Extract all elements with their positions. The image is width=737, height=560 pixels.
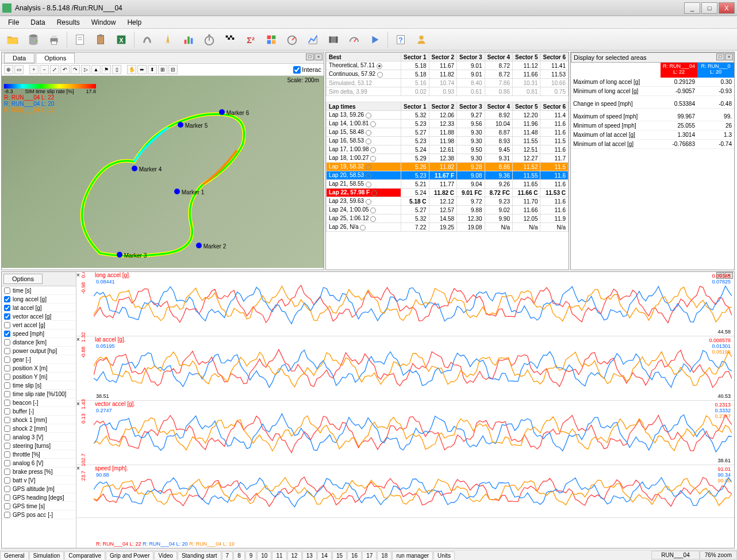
table-row[interactable]: Lap 17, 1:00.98 5.2412.619.509.4512.5111… <box>327 145 569 154</box>
panel-close-icon[interactable]: × <box>314 53 323 60</box>
compass-icon[interactable] <box>159 31 177 48</box>
table-row[interactable]: Lap 19, 58.32 5.2611.829.288.8611.5211.5 <box>327 163 569 171</box>
tab-data[interactable]: Data <box>4 53 34 63</box>
menu-data[interactable]: Data <box>25 17 51 28</box>
forward-icon[interactable]: ▷ <box>81 65 90 74</box>
print-icon[interactable] <box>45 31 63 48</box>
chart-option[interactable]: steering [turns] <box>2 442 76 450</box>
zoom-in-icon[interactable]: + <box>29 65 39 74</box>
split-h-icon[interactable]: ⬌ <box>137 65 147 74</box>
clipboard-icon[interactable] <box>91 31 110 48</box>
track-map[interactable]: Scale: 200m -8.3 SIM time slip rate [%] … <box>2 76 324 268</box>
charts-area[interactable]: □ × ×-0.98 0.42long accel [g].0.084410.0… <box>76 272 734 548</box>
gauge-icon[interactable] <box>345 31 363 48</box>
flag-icon[interactable] <box>221 31 239 48</box>
chart-option[interactable]: beacon [-] <box>2 398 76 407</box>
status-tab[interactable]: 16 <box>347 551 362 559</box>
status-tab[interactable]: General <box>0 551 29 559</box>
sigma-icon[interactable]: Σ² <box>241 31 260 48</box>
chart-option[interactable]: speed [mph] <box>2 329 76 338</box>
status-tab[interactable]: Standing start <box>178 551 221 559</box>
chart-option[interactable]: vector accel [g] <box>2 312 76 321</box>
status-tab[interactable]: 18 <box>377 551 391 559</box>
bar-chart-icon[interactable] <box>179 31 198 48</box>
chart-option[interactable]: GPS time [s] <box>2 502 76 511</box>
close-button[interactable]: X <box>719 2 735 14</box>
panel-max-icon[interactable]: □ <box>306 53 314 60</box>
panel-max-icon[interactable]: □ <box>716 53 724 60</box>
status-tab[interactable]: Grip and Power <box>106 551 153 559</box>
table-row[interactable]: Lap 14, 1:00.81 5.2312.339.5610.0411.961… <box>327 120 569 128</box>
grid-icon[interactable] <box>262 31 281 48</box>
table-row[interactable]: Lap 15, 58.48 5.2711.889.308.8711.4811.6 <box>327 128 569 137</box>
track-icon[interactable] <box>138 31 156 48</box>
pan-icon[interactable]: ✋ <box>127 65 136 74</box>
status-tab[interactable]: 8 <box>233 551 245 559</box>
chart-option[interactable]: buffer [-] <box>2 407 76 416</box>
status-tab[interactable]: 15 <box>332 551 347 559</box>
chart-long-accel--g--[interactable]: ×-0.98 0.42long accel [g].0.084410.09345… <box>76 272 734 336</box>
chart-option[interactable]: GPS pos acc [-] <box>2 511 76 519</box>
table-row[interactable]: Lap 20, 58.53 5.2311.67 F9.089.3611.5511… <box>327 171 569 180</box>
film-icon[interactable] <box>324 31 343 48</box>
help-icon[interactable]: ? <box>391 31 410 48</box>
chart-option[interactable]: vert accel [g] <box>2 321 76 329</box>
flag-icon[interactable]: ⚑ <box>102 65 111 74</box>
chart-option[interactable]: long accel [g] <box>2 295 76 304</box>
track-marker[interactable]: Marker 3 <box>117 252 147 259</box>
chart-option[interactable]: batt v [V] <box>2 476 76 485</box>
xy-chart-icon[interactable] <box>304 31 322 48</box>
chart-speed--mph--[interactable]: ×23.7 102.7speed [mph].90.8891.0190.3490… <box>76 465 734 518</box>
grid-icon[interactable]: ⊞ <box>158 65 167 74</box>
target-icon[interactable]: ⊕ <box>4 65 13 74</box>
track-marker[interactable]: Marker 5 <box>178 122 208 129</box>
play-icon[interactable] <box>366 31 384 48</box>
table-row[interactable]: Lap 23, 59.63 5.18 C12.129.729.2311.7011… <box>327 197 569 206</box>
status-tab[interactable]: 14 <box>317 551 332 559</box>
open-folder-icon[interactable] <box>3 31 22 48</box>
minimize-button[interactable]: _ <box>684 2 700 14</box>
user-icon[interactable] <box>412 31 431 48</box>
select-icon[interactable]: ▯ <box>112 65 121 74</box>
table-row[interactable]: Lap 13, 59.26 5.3212.069.278.9212.2011.4 <box>327 111 569 120</box>
timer-icon[interactable] <box>283 31 301 48</box>
chart-option[interactable]: lat accel [g] <box>2 304 76 312</box>
chart-option[interactable]: shock 1 [mm] <box>2 416 76 424</box>
chart-option[interactable]: time [s] <box>2 286 76 295</box>
table-row[interactable]: Lap 18, 1:00.27 5.2912.389.309.3112.2711… <box>327 154 569 163</box>
chart-option[interactable]: GPS altitude [m] <box>2 485 76 493</box>
menu-results[interactable]: Results <box>51 17 86 28</box>
table-row[interactable]: Sim delta, 3.990.020.930.610.860.810.75 <box>327 87 569 96</box>
fit-icon[interactable]: ⤢ <box>50 65 59 74</box>
stopwatch-icon[interactable] <box>200 31 218 48</box>
chart-option[interactable]: analog 6 [V] <box>2 459 76 467</box>
chart-lat-accel--g--[interactable]: ×-0.88 1.32lat accel [g].0.051950.008578… <box>76 336 734 401</box>
panel-close-icon[interactable]: × <box>725 53 733 60</box>
chart-option[interactable]: throttle [%] <box>2 450 76 459</box>
chart-options-button[interactable]: Options <box>3 274 43 284</box>
status-tab[interactable]: run manager <box>392 551 433 559</box>
chart-option[interactable]: power output [hp] <box>2 347 76 355</box>
rect-select-icon[interactable]: ▭ <box>14 65 24 74</box>
menu-help[interactable]: Help <box>121 17 147 28</box>
track-marker[interactable]: Marker 4 <box>132 166 162 172</box>
zoom-out-icon[interactable]: − <box>40 65 49 74</box>
chart-option[interactable]: position Y [m] <box>2 373 76 381</box>
status-tab[interactable]: 11 <box>272 551 286 559</box>
marker-add-icon[interactable]: ▲ <box>91 65 101 74</box>
redo-icon[interactable]: ↷ <box>71 65 80 74</box>
chart-option[interactable]: time slip [s] <box>2 381 76 390</box>
status-tab[interactable]: 12 <box>287 551 302 559</box>
table-row[interactable]: Lap 24, 1:00.05 5.2712.579.889.0211.6611… <box>327 206 569 214</box>
table-row[interactable]: Continuous, 57.92 5.1811.829.018.7211.66… <box>327 70 569 79</box>
status-tab[interactable]: 10 <box>257 551 271 559</box>
table-row[interactable]: Lap 21, 58.55 5.2111.779.049.2611.6511.6 <box>327 180 569 189</box>
status-tab[interactable]: 7 <box>222 551 233 559</box>
table-row[interactable]: Lap 22, 57.98 F 5.2411.82 C9.01 FC8.72 F… <box>327 189 569 197</box>
notes-icon[interactable] <box>71 31 89 48</box>
status-tab[interactable]: 9 <box>245 551 257 559</box>
tab-options[interactable]: Options <box>36 53 75 63</box>
interactive-checkbox[interactable] <box>293 66 301 74</box>
chart-option[interactable]: position X [m] <box>2 364 76 373</box>
chart-vector-accel--g--[interactable]: ×0.13 1.43vector accel [g].0.27470.23130… <box>76 401 734 465</box>
